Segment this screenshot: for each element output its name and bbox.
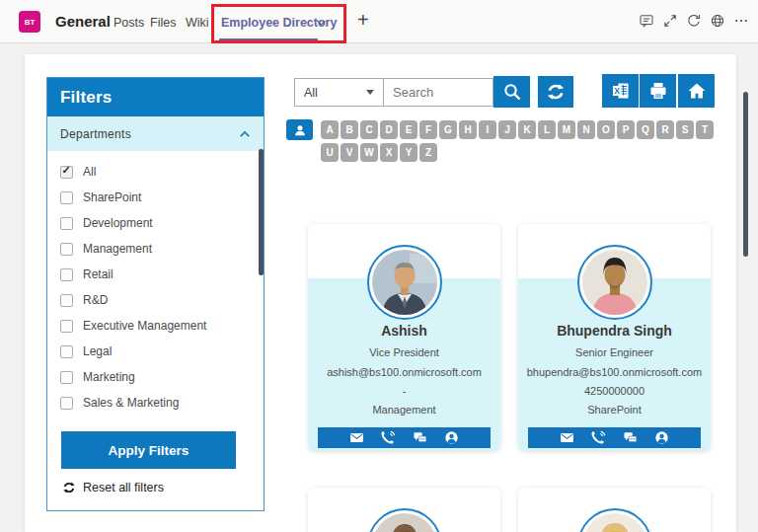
employee-department: Management: [308, 404, 500, 416]
alphabet-letter-button[interactable]: Z: [419, 143, 437, 162]
tab-posts[interactable]: Posts: [114, 16, 144, 30]
alphabet-letter-button[interactable]: H: [459, 120, 477, 139]
all-people-button[interactable]: [286, 119, 313, 140]
alphabet-letter-button[interactable]: A: [321, 120, 339, 139]
alphabet-letter-button[interactable]: U: [321, 143, 339, 162]
employee-photo: [577, 508, 652, 532]
alphabet-letter-button[interactable]: O: [597, 120, 615, 139]
export-excel-button[interactable]: [602, 74, 639, 108]
more-icon[interactable]: [733, 13, 749, 29]
search-input[interactable]: [384, 78, 493, 107]
filter-option-all[interactable]: All: [47, 159, 264, 185]
alphabet-letter-button[interactable]: G: [439, 120, 457, 139]
alphabet-letter-button[interactable]: B: [341, 120, 358, 139]
alphabet-row-1: A B C D E F G H I J K L M N O P Q R S T: [321, 120, 714, 139]
alphabet-letter-button[interactable]: S: [676, 120, 694, 139]
alphabet-letter-button[interactable]: P: [617, 120, 635, 139]
alphabet-letter-button[interactable]: F: [419, 120, 437, 139]
alphabet-letter-button[interactable]: T: [696, 120, 714, 139]
teams-window: X: [0, 0, 758, 532]
checkbox[interactable]: [60, 320, 73, 333]
checkbox[interactable]: [60, 294, 73, 307]
alphabet-row-2: U V W X Y Z: [321, 143, 437, 162]
refresh-results-button[interactable]: [538, 76, 573, 108]
alphabet-letter-button[interactable]: Q: [637, 120, 654, 139]
alphabet-letter-button[interactable]: L: [538, 120, 556, 139]
departments-section-header[interactable]: Departments: [47, 116, 264, 151]
filter-option-retail[interactable]: Retail: [47, 262, 264, 287]
filter-option-legal[interactable]: Legal: [47, 339, 264, 364]
employee-photo: [367, 245, 442, 320]
reset-all-filters-button[interactable]: Reset all filters: [62, 481, 164, 494]
checkbox[interactable]: [60, 217, 73, 230]
apply-filters-button[interactable]: Apply Filters: [61, 431, 236, 469]
alphabet-letter-button[interactable]: W: [360, 143, 378, 162]
team-avatar[interactable]: BT: [19, 11, 40, 33]
search-button[interactable]: [493, 76, 530, 108]
checkbox[interactable]: [60, 243, 73, 256]
alphabet-letter-button[interactable]: I: [479, 120, 496, 139]
employee-photo: [577, 245, 652, 320]
alphabet-letter-button[interactable]: N: [577, 120, 595, 139]
filter-option-management[interactable]: Management: [47, 236, 264, 262]
filter-option-rnd[interactable]: R&D: [47, 287, 264, 313]
filter-option-sharepoint[interactable]: SharePoint: [47, 185, 264, 210]
filter-option-sales-marketing[interactable]: Sales & Marketing: [47, 390, 264, 410]
alphabet-letter-button[interactable]: V: [341, 143, 358, 162]
channel-header: BT General Posts Files Wiki Employee Dir…: [0, 0, 758, 43]
employee-name: Bhupendra Singh: [518, 323, 711, 339]
employee-card[interactable]: Ashish Vice President ashish@bs100.onmic…: [308, 224, 500, 451]
refresh-icon[interactable]: [686, 13, 702, 29]
vertical-scrollbar[interactable]: [743, 92, 748, 257]
checkbox[interactable]: [60, 397, 73, 410]
employee-job-title: Senior Engineer: [518, 346, 711, 358]
alphabet-letter-button[interactable]: Y: [400, 143, 417, 162]
alphabet-letter-button[interactable]: M: [558, 120, 575, 139]
alphabet-letter-button[interactable]: K: [518, 120, 536, 139]
chat-icon[interactable]: [413, 430, 427, 445]
dropdown-caret-icon: [366, 90, 374, 95]
call-icon[interactable]: [381, 430, 396, 445]
departments-label: Departments: [60, 127, 131, 141]
employee-job-title: Vice President: [308, 346, 500, 358]
call-icon[interactable]: [591, 430, 606, 445]
filter-option-development[interactable]: Development: [47, 210, 264, 236]
employee-email: bhupendra@bs100.onmicrosoft.com: [518, 366, 711, 378]
scope-dropdown[interactable]: All: [294, 78, 384, 107]
chat-icon[interactable]: [639, 13, 654, 29]
add-tab-button[interactable]: +: [357, 9, 369, 32]
checkbox[interactable]: [60, 268, 73, 281]
alphabet-letter-button[interactable]: C: [360, 120, 378, 139]
checkbox[interactable]: [60, 345, 73, 358]
employee-card[interactable]: Bhupendra Singh Senior Engineer bhupendr…: [518, 224, 711, 451]
email-icon[interactable]: [349, 430, 364, 445]
alphabet-letter-button[interactable]: R: [656, 120, 674, 139]
filters-panel-title: Filters: [47, 78, 264, 116]
alphabet-letter-button[interactable]: X: [380, 143, 398, 162]
tab-files[interactable]: Files: [150, 16, 176, 30]
print-button[interactable]: [640, 74, 676, 108]
employee-phone: 4250000000: [518, 385, 711, 397]
home-button[interactable]: [678, 74, 715, 108]
checkbox[interactable]: [60, 166, 73, 179]
employee-actions-bar: [318, 427, 491, 448]
chevron-up-icon[interactable]: [239, 129, 251, 139]
profile-icon[interactable]: [444, 430, 459, 445]
email-icon[interactable]: [560, 430, 574, 445]
globe-icon[interactable]: [710, 13, 725, 29]
checkbox[interactable]: [60, 371, 73, 384]
alphabet-letter-button[interactable]: E: [400, 120, 417, 139]
checkbox[interactable]: [60, 191, 73, 204]
profile-icon[interactable]: [654, 430, 669, 445]
tab-wiki[interactable]: Wiki: [186, 16, 209, 30]
filter-option-marketing[interactable]: Marketing: [47, 364, 264, 390]
alphabet-letter-button[interactable]: D: [380, 120, 398, 139]
alphabet-letter-button[interactable]: J: [498, 120, 516, 139]
filters-list-scrollbar[interactable]: [259, 149, 264, 275]
employee-card-partial[interactable]: [308, 488, 500, 532]
chat-icon[interactable]: [623, 430, 638, 445]
employee-phone: -: [308, 385, 500, 397]
expand-icon[interactable]: [662, 13, 678, 29]
employee-card-partial[interactable]: [518, 488, 711, 532]
filter-option-executive-management[interactable]: Executive Management: [47, 313, 264, 339]
